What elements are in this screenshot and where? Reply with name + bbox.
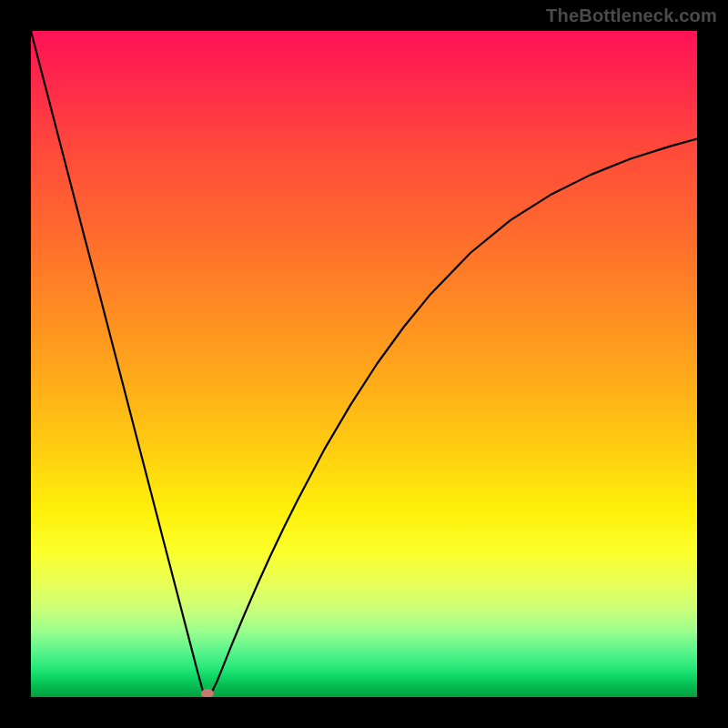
chart-plot-area xyxy=(31,31,697,697)
chart-frame: TheBottleneck.com xyxy=(0,0,728,728)
bottleneck-curve xyxy=(31,31,697,697)
watermark-label: TheBottleneck.com xyxy=(546,5,717,26)
chart-svg xyxy=(31,31,697,697)
